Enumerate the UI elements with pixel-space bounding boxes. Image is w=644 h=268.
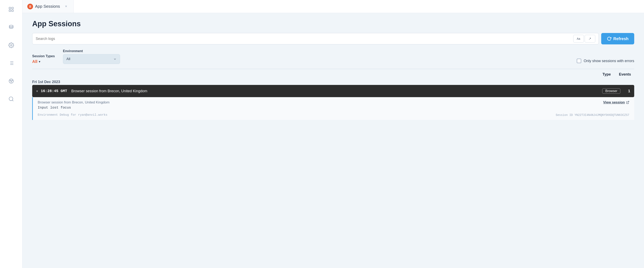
session-id-value: YN22T3I4N4NJ4JMQNY5HXDQTUN63CZS7 xyxy=(574,113,629,117)
session-type-chevron: ▾ xyxy=(39,60,40,63)
svg-rect-0 xyxy=(9,7,10,9)
svg-line-21 xyxy=(628,101,629,103)
refresh-icon xyxy=(607,36,612,41)
view-session-link[interactable]: View session xyxy=(603,100,629,104)
session-detail-bottom: Environment Debug for ryan@anvil.works S… xyxy=(38,113,629,117)
sidebar-icon-palette[interactable] xyxy=(6,76,16,86)
errors-only-filter: Only show sessions with errors xyxy=(577,59,634,64)
filters-row: Session Types All ▾ Environment All Only… xyxy=(32,49,634,64)
session-detail-title: Browser session from Brecon, United King… xyxy=(38,100,110,104)
session-row[interactable]: ▾ 16:28:45 GMT Browser session from Brec… xyxy=(32,85,634,97)
regex-button[interactable]: .* xyxy=(585,35,595,42)
view-session-label: View session xyxy=(603,100,625,104)
tab-app-sessions[interactable]: App Sessions × xyxy=(22,0,74,13)
session-time: 16:28:45 GMT xyxy=(41,89,67,93)
session-type-value: All xyxy=(32,59,38,64)
svg-rect-1 xyxy=(12,7,13,9)
env-label: Environment xyxy=(38,113,58,117)
session-type-selector[interactable]: All ▾ xyxy=(32,59,55,64)
sidebar-icon-search[interactable] xyxy=(6,94,16,104)
svg-point-12 xyxy=(9,79,13,83)
external-link-icon xyxy=(626,101,629,104)
svg-point-16 xyxy=(9,97,13,101)
env-value: Debug xyxy=(60,113,69,117)
session-types-label: Session Types xyxy=(32,54,55,58)
content-area: App Sessions Aa .* Refresh Session Types xyxy=(22,13,644,268)
env-chevron-icon xyxy=(113,57,116,61)
svg-point-13 xyxy=(10,80,11,81)
svg-point-14 xyxy=(12,80,12,81)
errors-only-checkbox[interactable] xyxy=(577,59,581,63)
environment-filter: Environment All xyxy=(63,49,120,64)
page-title: App Sessions xyxy=(32,19,634,28)
date-group-label: Fri 1st Dec 2023 xyxy=(32,78,634,85)
search-bar: Aa .* Refresh xyxy=(32,33,634,44)
session-detail-header: Browser session from Brecon, United King… xyxy=(38,100,629,111)
session-types-filter: Session Types All ▾ xyxy=(32,54,55,64)
sidebar xyxy=(0,0,22,268)
refresh-label: Refresh xyxy=(614,36,628,41)
sidebar-icon-settings[interactable] xyxy=(6,40,16,50)
col-events-header: Events xyxy=(619,72,631,77)
session-id-label: Session ID xyxy=(556,113,573,117)
svg-point-15 xyxy=(11,81,12,82)
session-detail-env: Environment Debug for ryan@anvil.works xyxy=(38,113,108,117)
session-detail-left: Browser session from Brecon, United King… xyxy=(38,100,110,111)
env-user: ryan@anvil.works xyxy=(78,113,108,117)
tab-bar: App Sessions × xyxy=(22,0,644,13)
tab-close-button[interactable]: × xyxy=(64,4,68,9)
svg-rect-2 xyxy=(9,10,10,11)
search-input[interactable] xyxy=(36,37,572,41)
table-header: Type Events xyxy=(32,72,634,78)
main-content: App Sessions × App Sessions Aa .* Refres… xyxy=(22,0,644,268)
svg-line-17 xyxy=(12,100,13,101)
session-description: Browser session from Brecon, United King… xyxy=(71,89,602,93)
tab-label: App Sessions xyxy=(35,4,60,9)
svg-point-4 xyxy=(9,25,13,27)
tab-icon xyxy=(27,4,33,9)
errors-only-label: Only show sessions with errors xyxy=(584,59,634,63)
sidebar-icon-list[interactable] xyxy=(6,58,16,68)
case-sensitive-button[interactable]: Aa xyxy=(573,35,584,42)
session-events-count: 1 xyxy=(625,89,630,93)
session-id: Session ID YN22T3I4N4NJ4JMQNY5HXDQTUN63C… xyxy=(556,113,629,117)
sidebar-icon-database[interactable] xyxy=(6,22,16,32)
svg-rect-3 xyxy=(12,10,13,11)
search-input-wrapper: Aa .* xyxy=(32,33,599,44)
session-detail: Browser session from Brecon, United King… xyxy=(32,97,634,120)
svg-point-5 xyxy=(10,45,12,46)
environment-label: Environment xyxy=(63,49,120,53)
refresh-button[interactable]: Refresh xyxy=(601,33,634,44)
environment-select[interactable]: All xyxy=(63,54,120,64)
col-type-header: Type xyxy=(602,72,611,77)
session-row-chevron: ▾ xyxy=(36,89,38,93)
session-detail-log: Input lost focus xyxy=(38,106,110,110)
session-type-badge: Browser xyxy=(602,88,620,94)
environment-value: All xyxy=(66,57,70,61)
sidebar-icon-grid[interactable] xyxy=(6,4,16,15)
